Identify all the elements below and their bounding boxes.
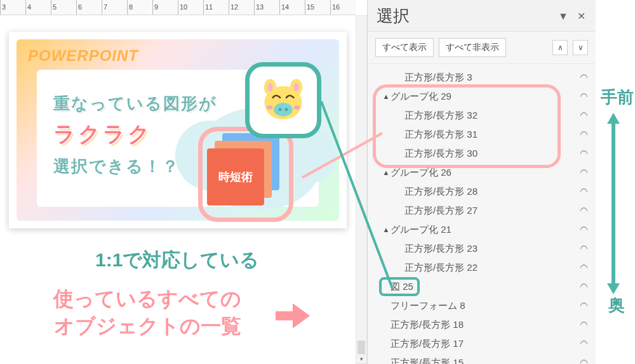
- selection-item[interactable]: 正方形/長方形 18◠: [368, 315, 596, 334]
- selection-item-label: 正方形/長方形 30: [404, 148, 575, 160]
- annotation-all-objects-line1: 使っているすべての: [53, 287, 241, 310]
- slide-line-1: 重なっている図形が: [53, 93, 217, 115]
- chevron-down-icon: ▾: [360, 356, 363, 362]
- visibility-toggle-icon[interactable]: ◠: [575, 224, 592, 235]
- ruler-tick: 11: [203, 0, 229, 15]
- svg-point-8: [267, 105, 273, 110]
- annotation-all-objects: 使っているすべての オブジェクトの一覧: [53, 285, 241, 340]
- selection-item[interactable]: 正方形/長方形 27◠: [368, 201, 596, 220]
- svg-point-4: [293, 83, 298, 91]
- visibility-toggle-icon[interactable]: ◠: [575, 110, 592, 121]
- annotation-back: 奥: [608, 294, 625, 316]
- ruler-tick: 15: [305, 0, 330, 15]
- powerpoint-logo: POWERPOINT: [28, 47, 138, 65]
- selection-item[interactable]: 正方形/長方形 30◠: [368, 144, 596, 163]
- pane-close-button[interactable]: ✕: [574, 10, 588, 23]
- visibility-toggle-icon[interactable]: ◠: [575, 281, 592, 292]
- selection-item-label: フリーフォーム 8: [391, 300, 575, 312]
- annotation-all-objects-line2: オブジェクトの一覧: [54, 315, 241, 337]
- bring-forward-button[interactable]: ∧: [552, 40, 568, 55]
- selection-item[interactable]: 正方形/長方形 3◠: [368, 68, 596, 87]
- visibility-toggle-icon[interactable]: ◠: [575, 319, 592, 330]
- visibility-toggle-icon[interactable]: ◠: [575, 186, 592, 197]
- slide-canvas[interactable]: POWERPOINT 重なっている図形が ラクラク 選択できる！？ 時短術: [9, 32, 347, 228]
- svg-point-9: [293, 105, 300, 110]
- svg-point-5: [274, 103, 293, 116]
- menu-icon: ▼: [558, 11, 568, 22]
- selection-item[interactable]: 正方形/長方形 15◠: [368, 353, 596, 364]
- visibility-toggle-icon[interactable]: ◠: [575, 357, 592, 364]
- scrollbar-down-button[interactable]: ▾: [356, 354, 367, 364]
- visibility-toggle-icon[interactable]: ◠: [575, 338, 592, 349]
- selection-item[interactable]: ▲グループ化 29◠: [368, 87, 596, 106]
- ruler-tick: 6: [76, 0, 102, 15]
- ruler-tick: 4: [25, 0, 51, 15]
- selection-item-label: 正方形/長方形 17: [391, 338, 575, 350]
- pane-menu-button[interactable]: ▼: [556, 10, 570, 23]
- selection-item[interactable]: 正方形/長方形 17◠: [368, 334, 596, 353]
- visibility-toggle-icon[interactable]: ◠: [575, 91, 592, 102]
- selection-item-label: 正方形/長方形 22: [404, 262, 575, 274]
- visibility-toggle-icon[interactable]: ◠: [575, 300, 592, 311]
- visibility-toggle-icon[interactable]: ◠: [575, 243, 592, 254]
- selection-item-label: 正方形/長方形 27: [404, 205, 575, 217]
- teal-highlight-ring: [245, 62, 321, 138]
- selection-item-label: 正方形/長方形 28: [404, 186, 575, 198]
- expand-toggle-icon[interactable]: ▲: [382, 169, 391, 176]
- ruler-tick: 14: [279, 0, 305, 15]
- selection-item[interactable]: 正方形/長方形 31◠: [368, 125, 596, 144]
- arrow-right-icon: [276, 303, 310, 331]
- expand-toggle-icon[interactable]: ▲: [382, 93, 391, 100]
- selection-item[interactable]: 正方形/長方形 32◠: [368, 106, 596, 125]
- pane-title: 選択: [377, 5, 552, 27]
- double-arrow-icon: [606, 113, 621, 294]
- ruler-tick: 3: [0, 0, 25, 15]
- selection-item-label: 図 25: [391, 281, 575, 293]
- pink-highlight-ring: [198, 127, 293, 222]
- visibility-toggle-icon[interactable]: ◠: [575, 148, 592, 159]
- visibility-toggle-icon[interactable]: ◠: [575, 262, 592, 273]
- ruler-tick: 5: [51, 0, 76, 15]
- selection-pane: 選択 ▼ ✕ すべて表示 すべて非表示 ∧ ∨ 正方形/長方形 3◠▲グループ化…: [367, 0, 596, 364]
- visibility-toggle-icon[interactable]: ◠: [575, 167, 592, 178]
- visibility-toggle-icon[interactable]: ◠: [575, 72, 592, 83]
- svg-point-3: [267, 83, 272, 91]
- z-order-annotation: 手前 奥: [596, 0, 635, 364]
- show-all-button[interactable]: すべて表示: [375, 38, 434, 57]
- selection-item[interactable]: 正方形/長方形 23◠: [368, 239, 596, 258]
- selection-item-label: 正方形/長方形 18: [391, 319, 575, 331]
- svg-point-6: [279, 108, 282, 111]
- svg-point-7: [284, 108, 288, 111]
- close-icon: ✕: [577, 10, 585, 22]
- chevron-up-icon: ∧: [558, 43, 563, 52]
- hide-all-button[interactable]: すべて非表示: [439, 38, 506, 57]
- ruler-tick: 12: [229, 0, 254, 15]
- visibility-toggle-icon[interactable]: ◠: [575, 129, 592, 140]
- ruler-tick: 13: [254, 0, 279, 15]
- ruler-tick: 10: [178, 0, 203, 15]
- selection-item-label: 正方形/長方形 31: [404, 129, 575, 141]
- ruler-tick: 7: [102, 0, 127, 15]
- vertical-scrollbar[interactable]: ▾: [356, 15, 367, 364]
- ruler-tick: 9: [152, 0, 178, 15]
- send-backward-button[interactable]: ∨: [573, 40, 588, 55]
- horizontal-ruler: 161514131211109876543: [0, 0, 356, 15]
- pane-toolbar: すべて表示 すべて非表示 ∧ ∨: [368, 32, 596, 64]
- selection-item[interactable]: 正方形/長方形 22◠: [368, 258, 596, 277]
- selection-item[interactable]: フリーフォーム 8◠: [368, 296, 596, 315]
- selection-item-label: グループ化 29: [391, 91, 575, 103]
- pig-image[interactable]: [257, 74, 309, 126]
- selection-item[interactable]: ▲グループ化 21◠: [368, 220, 596, 239]
- selection-item-label: グループ化 21: [391, 224, 575, 236]
- ruler-tick: 8: [127, 0, 152, 15]
- annotation-front: 手前: [601, 86, 634, 108]
- selection-item[interactable]: ▲グループ化 26◠: [368, 163, 596, 182]
- selection-item-label: 正方形/長方形 23: [404, 243, 575, 255]
- expand-toggle-icon[interactable]: ▲: [382, 226, 391, 233]
- visibility-toggle-icon[interactable]: ◠: [575, 205, 592, 216]
- selection-item-label: 正方形/長方形 3: [404, 72, 575, 84]
- slide: POWERPOINT 重なっている図形が ラクラク 選択できる！？ 時短術: [9, 32, 347, 228]
- selection-item[interactable]: 正方形/長方形 28◠: [368, 182, 596, 201]
- annotation-correspond: 1:1で対応している: [95, 247, 259, 273]
- selection-item[interactable]: 図 25◠: [368, 277, 596, 296]
